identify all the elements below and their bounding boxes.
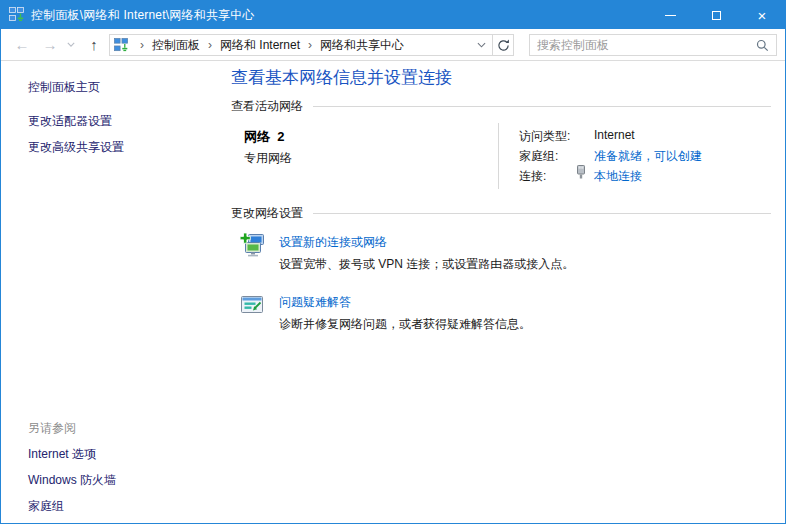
network-sharing-center-window: 控制面板\网络和 Internet\网络和共享中心 × ← → ↑: [0, 0, 786, 524]
see-also-header: 另请参阅: [28, 420, 76, 437]
search-icon: [756, 39, 769, 52]
troubleshoot-problems-link[interactable]: 问题疑难解答: [279, 294, 351, 311]
minimize-button[interactable]: [647, 1, 693, 29]
search-input[interactable]: [537, 38, 752, 52]
main-content: 查看基本网络信息并设置连接 查看活动网络 网络 2 专用网络 访问类型: Int…: [231, 60, 771, 520]
refresh-button[interactable]: [492, 34, 514, 56]
section-rule: [313, 106, 771, 107]
up-arrow-icon: ↑: [90, 37, 98, 52]
refresh-icon: [497, 39, 510, 52]
active-network-type: 专用网络: [244, 150, 292, 167]
sidebar-item-internet-options[interactable]: Internet 选项: [28, 446, 96, 463]
connection-label: 连接:: [519, 168, 546, 185]
network-sharing-icon: [9, 7, 25, 23]
chevron-down-icon: [477, 42, 486, 48]
active-network-name: 网络 2: [244, 128, 284, 146]
breadcrumb-item-network-internet[interactable]: 网络和 Internet: [218, 37, 302, 54]
navigation-bar: ← → ↑ › 控制面板 › 网络和: [1, 29, 785, 61]
troubleshoot-problems-desc: 诊断并修复网络问题，或者获得疑难解答信息。: [279, 316, 531, 333]
back-button[interactable]: ←: [7, 29, 37, 60]
up-button[interactable]: ↑: [81, 29, 107, 60]
ethernet-plug-icon: [576, 165, 586, 179]
maximize-icon: [712, 11, 721, 20]
sidebar-item-windows-firewall[interactable]: Windows 防火墙: [28, 472, 116, 489]
sidebar-item-control-panel-home[interactable]: 控制面板主页: [28, 79, 100, 96]
close-icon: ×: [758, 8, 767, 23]
forward-arrow-icon: →: [43, 37, 58, 52]
sidebar-item-change-advanced-sharing[interactable]: 更改高级共享设置: [28, 139, 124, 156]
network-sharing-icon-small: [114, 38, 129, 53]
new-connection-icon: [239, 232, 265, 258]
window-title: 控制面板\网络和 Internet\网络和共享中心: [31, 7, 255, 24]
breadcrumb-separator: ›: [302, 38, 318, 52]
forward-button[interactable]: →: [37, 29, 63, 60]
section-title: 更改网络设置: [231, 205, 303, 222]
section-rule: [313, 213, 771, 214]
homegroup-status-link[interactable]: 准备就绪，可以创建: [594, 148, 702, 165]
address-dropdown[interactable]: [477, 42, 486, 48]
breadcrumb: › 控制面板 › 网络和 Internet › 网络和共享中心: [109, 34, 493, 56]
local-connection-link[interactable]: 本地连接: [594, 168, 642, 185]
breadcrumb-item-network-sharing-center[interactable]: 网络和共享中心: [318, 37, 406, 54]
network-divider: [498, 123, 499, 189]
chevron-down-icon: [67, 42, 75, 47]
search-box: [529, 34, 777, 56]
page-title: 查看基本网络信息并设置连接: [231, 66, 452, 89]
setup-new-connection-desc: 设置宽带、拨号或 VPN 连接；或设置路由器或接入点。: [279, 256, 574, 273]
section-change-network-settings: 更改网络设置: [231, 205, 771, 222]
close-button[interactable]: ×: [739, 1, 785, 29]
troubleshoot-icon: [239, 292, 265, 318]
sidebar-item-homegroup[interactable]: 家庭组: [28, 498, 64, 515]
homegroup-label: 家庭组:: [519, 148, 558, 165]
breadcrumb-separator: ›: [134, 38, 150, 52]
recent-pages-dropdown[interactable]: [63, 29, 79, 60]
section-title: 查看活动网络: [231, 98, 303, 115]
titlebar: 控制面板\网络和 Internet\网络和共享中心 ×: [1, 1, 785, 29]
minimize-icon: [665, 15, 676, 16]
section-view-active-networks: 查看活动网络: [231, 98, 771, 115]
access-type-value: Internet: [594, 128, 635, 142]
breadcrumb-separator: ›: [202, 38, 218, 52]
sidebar-item-change-adapter-settings[interactable]: 更改适配器设置: [28, 113, 112, 130]
back-arrow-icon: ←: [15, 37, 30, 52]
window-controls: ×: [647, 1, 785, 29]
maximize-button[interactable]: [693, 1, 739, 29]
access-type-label: 访问类型:: [519, 128, 570, 145]
breadcrumb-item-control-panel[interactable]: 控制面板: [150, 37, 202, 54]
setup-new-connection-link[interactable]: 设置新的连接或网络: [279, 234, 387, 251]
